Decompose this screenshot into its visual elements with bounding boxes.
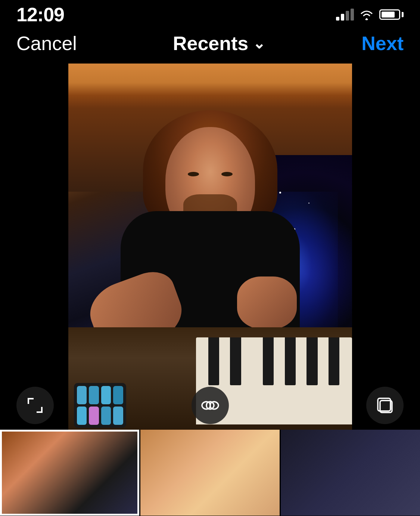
key-black-2 [230,337,241,385]
main-image-container [0,64,420,430]
album-title: Recents [173,32,248,55]
thumbnail-2[interactable] [140,430,280,516]
key-black-3 [263,337,274,385]
crop-button[interactable] [16,387,54,424]
svg-rect-3 [41,407,43,413]
key-black-5 [307,337,317,385]
status-time: 12:09 [16,3,64,26]
layers-icon [376,396,394,415]
signal-icon [336,9,354,21]
thumbnail-1[interactable] [0,430,139,516]
signal-bar-4 [351,9,354,21]
status-icons [336,9,404,21]
eye-right [221,172,233,176]
bottom-controls [0,381,420,430]
layers-button[interactable] [366,387,404,424]
wifi-icon [359,9,374,20]
status-bar: 12:09 [0,0,420,26]
svg-rect-1 [28,398,29,404]
infinite-icon [201,396,220,415]
thumbnail-strip [0,430,420,516]
selected-photo [68,64,352,430]
nav-bar: Cancel Recents ⌄ Next [0,26,420,64]
hand-right [237,276,297,329]
battery-body [379,9,400,20]
battery-icon [379,9,404,20]
key-black-4 [285,337,296,385]
signal-bar-3 [346,11,349,21]
battery-fill [382,12,395,18]
album-picker-button[interactable]: Recents ⌄ [173,32,265,55]
signal-bar-1 [336,17,339,21]
chevron-down-icon: ⌄ [253,35,265,52]
key-black-6 [329,337,339,385]
signal-bar-2 [341,14,344,21]
boomerang-button[interactable] [192,387,229,424]
eye-left [188,172,199,176]
battery-tip [402,12,404,17]
key-black-1 [208,337,219,385]
crop-icon [26,396,44,415]
next-button[interactable]: Next [361,32,404,55]
cancel-button[interactable]: Cancel [16,32,77,55]
thumbnail-3[interactable] [281,430,420,516]
